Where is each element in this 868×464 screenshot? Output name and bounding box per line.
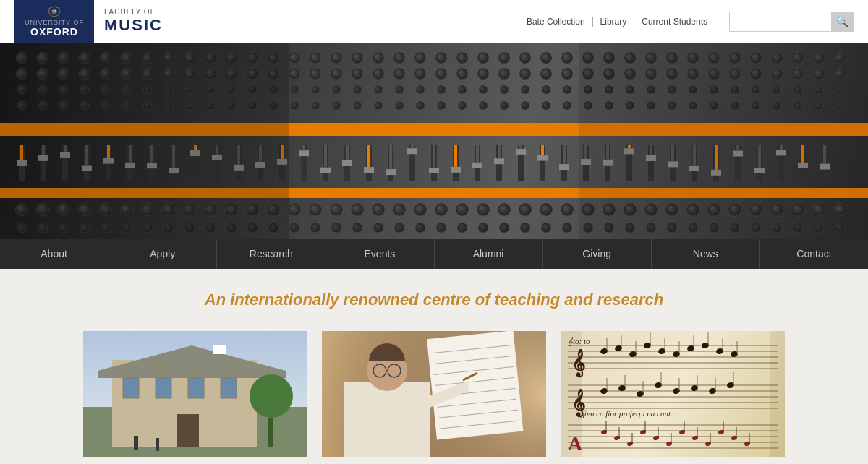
card-about[interactable]: About the Faculty — [83, 331, 307, 464]
faculty-title: FACULTY OF MUSIC — [94, 8, 163, 35]
nav-research[interactable]: Research — [217, 239, 326, 269]
cards-container: About the Faculty Study with Us Our Rese… — [72, 331, 796, 464]
main-content: An internationally renowned centre of te… — [0, 269, 868, 464]
main-nav: About Apply Research Events Alumni Givin… — [0, 239, 868, 269]
oxford-shield-icon: OX — [41, 6, 67, 17]
nav-giving[interactable]: Giving — [543, 239, 652, 269]
nav-contact[interactable]: Contact — [760, 239, 868, 269]
card-research[interactable]: Our Research — [561, 331, 785, 464]
current-students-link[interactable]: Current Students — [634, 17, 715, 27]
card-study-image — [322, 331, 546, 457]
nav-about[interactable]: About — [0, 239, 109, 269]
nav-alumni[interactable]: Alumni — [435, 239, 543, 269]
top-links: Bate Collection Library Current Students — [519, 17, 715, 27]
search-button[interactable]: 🔍 — [831, 12, 853, 31]
card-about-image — [83, 331, 307, 457]
bate-collection-link[interactable]: Bate Collection — [519, 17, 593, 27]
nav-events[interactable]: Events — [326, 239, 434, 269]
hero-area — [0, 43, 868, 239]
card-study[interactable]: Study with Us — [322, 331, 546, 464]
search-input[interactable] — [730, 12, 831, 31]
nav-apply[interactable]: Apply — [109, 239, 217, 269]
search-box: 🔍 — [729, 12, 854, 32]
university-of-text: UNIVERSITY OF — [25, 19, 84, 26]
card-research-image — [561, 331, 785, 457]
oxford-name-text: OXFORD — [30, 26, 78, 38]
header: OX UNIVERSITY OF OXFORD FACULTY OF MUSIC… — [0, 0, 868, 43]
oxford-logo: OX UNIVERSITY OF OXFORD — [14, 0, 94, 43]
faculty-of-label: FACULTY OF — [104, 8, 163, 16]
faculty-music-label: MUSIC — [104, 16, 163, 35]
nav-news[interactable]: News — [652, 239, 760, 269]
header-right: Bate Collection Library Current Students… — [519, 12, 854, 32]
library-link[interactable]: Library — [593, 17, 635, 27]
tagline: An internationally renowned centre of te… — [72, 291, 796, 309]
logo-area: OX UNIVERSITY OF OXFORD FACULTY OF MUSIC — [14, 0, 163, 43]
hero-canvas — [0, 43, 868, 239]
